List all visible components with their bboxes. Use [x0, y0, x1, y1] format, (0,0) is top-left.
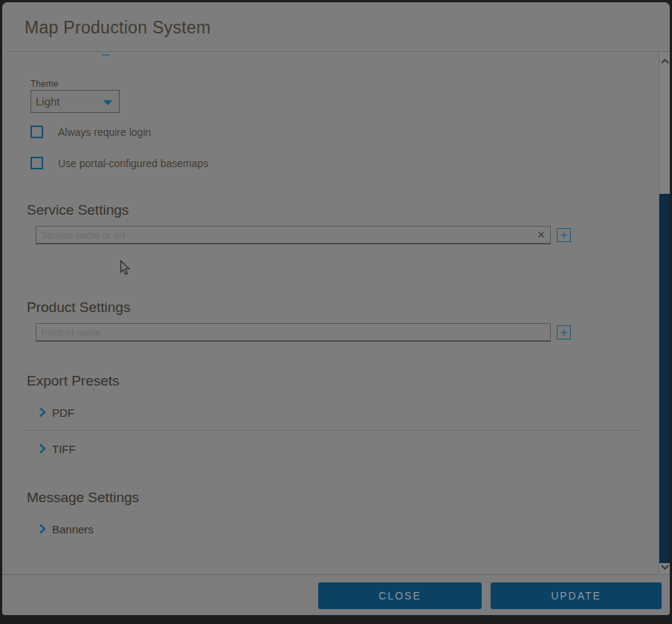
checkbox-label: Always require login — [58, 126, 151, 138]
theme-select[interactable]: Light — [30, 90, 120, 113]
chevron-right-icon — [39, 524, 46, 534]
mouse-cursor-icon — [120, 260, 130, 276]
update-button[interactable]: UPDATE — [491, 582, 662, 609]
add-service-button[interactable]: + — [557, 228, 571, 242]
pdf-preset-expander[interactable]: PDF — [39, 405, 74, 420]
preset-label: PDF — [52, 406, 74, 419]
preset-label: TIFF — [52, 443, 76, 455]
scroll-down-arrow-icon[interactable] — [659, 560, 670, 573]
close-button[interactable]: CLOSE — [318, 582, 482, 609]
checkbox-label: Use portal-configured basemaps — [58, 157, 208, 169]
product-settings-heading: Product Settings — [27, 299, 130, 316]
message-item-label: Banners — [52, 523, 94, 536]
add-product-button[interactable]: + — [557, 325, 571, 339]
export-presets-heading: Export Presets — [27, 373, 120, 389]
service-settings-heading: Service Settings — [27, 202, 129, 218]
scroll-up-arrow-icon[interactable] — [659, 54, 670, 68]
always-require-login-checkbox[interactable] — [30, 126, 43, 138]
tiff-preset-expander[interactable]: TIFF — [39, 441, 76, 456]
vertical-scrollbar[interactable] — [659, 52, 670, 574]
settings-scroll-area: Theme Light Always require login Use por… — [6, 52, 659, 574]
scrollbar-thumb[interactable] — [659, 194, 670, 563]
preset-divider — [21, 430, 642, 431]
service-name-input[interactable] — [36, 226, 551, 244]
clipped-scrolled-control — [102, 54, 110, 56]
footer-divider — [2, 574, 670, 575]
chevron-down-icon — [103, 100, 112, 105]
product-name-input[interactable] — [36, 323, 551, 342]
banners-expander[interactable]: Banners — [39, 521, 94, 536]
map-production-system-dialog: Map Production System Theme Light Always… — [2, 2, 670, 615]
chevron-right-icon — [39, 443, 46, 454]
theme-label: Theme — [30, 79, 58, 89]
portal-basemaps-checkbox[interactable] — [30, 157, 43, 169]
dialog-title: Map Production System — [25, 18, 210, 38]
message-settings-heading: Message Settings — [27, 490, 139, 506]
clear-icon[interactable]: × — [534, 227, 549, 242]
theme-select-value: Light — [36, 95, 60, 108]
chevron-right-icon — [39, 407, 46, 417]
